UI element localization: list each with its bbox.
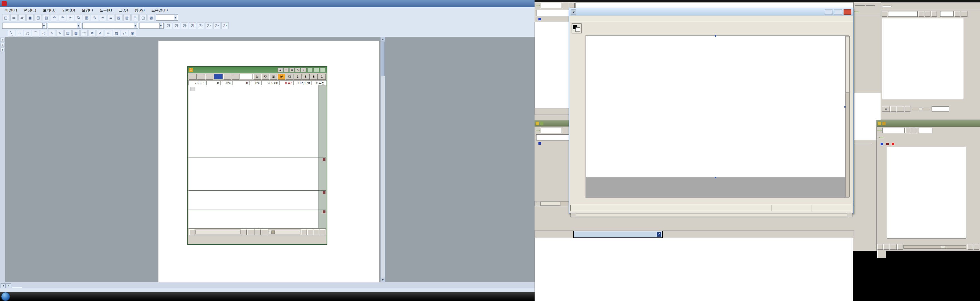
draw-shape-button[interactable]: ⧉ (89, 30, 96, 37)
period-button[interactable]: 주 (261, 74, 269, 80)
chevron-down-icon[interactable] (223, 74, 231, 80)
search-icon[interactable] (925, 11, 931, 17)
scroll-left-icon[interactable] (883, 244, 889, 250)
char-format-button[interactable]: 갸 (189, 22, 196, 29)
panel-close-icon[interactable] (323, 210, 325, 213)
zoom-level-select[interactable]: ▼ (156, 14, 178, 21)
stop-button[interactable] (255, 229, 261, 235)
minimize-button[interactable] (825, 9, 832, 15)
display-count-field[interactable] (866, 5, 875, 6)
draw-shape-button[interactable]: ▤ (64, 30, 72, 37)
document-page[interactable]: 1 ▲◫▣A? (158, 41, 380, 283)
kiwoom-titlebar[interactable]: 1 ▲◫▣A? (188, 67, 326, 73)
search-button[interactable] (879, 137, 884, 138)
hwp-menu-item[interactable]: 편집(E) (21, 7, 39, 13)
futures-options-tab[interactable] (536, 5, 540, 6)
total-count-field[interactable] (919, 128, 932, 133)
symbol-overlay-box[interactable]: ↗ (573, 231, 663, 238)
hwp-menu-item[interactable]: 모양(J) (79, 7, 96, 13)
draw-shape-button[interactable]: ╲ (8, 30, 15, 37)
legend-toggle-icon[interactable] (190, 87, 195, 91)
scroll-right-icon[interactable] (897, 244, 903, 250)
close-button[interactable] (843, 9, 851, 15)
count-field[interactable] (855, 5, 865, 6)
toolbar-icon[interactable]: ▥ (43, 14, 50, 21)
collapse-button[interactable]: ≡ (882, 106, 890, 112)
hwp-menu-item[interactable]: 표(Q) (116, 7, 130, 13)
resize-handle[interactable] (715, 35, 716, 37)
draw-shape-button[interactable]: ◁ (40, 30, 47, 37)
symbol-code-field[interactable] (882, 128, 905, 133)
scroll-right-icon[interactable] (846, 213, 852, 217)
chevron-down-icon[interactable] (563, 3, 568, 8)
period-button[interactable]: 3 (302, 74, 310, 80)
resize-handle[interactable] (715, 177, 716, 178)
scrollbar-thumb[interactable] (846, 36, 849, 93)
toolbar-icon[interactable]: ✂ (67, 14, 74, 21)
chart-type-field-b[interactable] (536, 134, 570, 141)
hwp-titlebar[interactable] (0, 0, 538, 7)
char-format-button[interactable]: 가 (205, 22, 212, 29)
rewind-button[interactable] (247, 229, 255, 235)
zoom-in-button[interactable] (313, 229, 319, 235)
hwp-menu-item[interactable]: 도구(K) (97, 7, 115, 13)
toolbar-icon[interactable]: ↶ (51, 14, 58, 21)
scroll-down-icon[interactable]: ▼ (380, 278, 385, 282)
list-icon[interactable] (882, 11, 887, 17)
kospi-daily-chart[interactable] (887, 147, 966, 238)
chart-mode-button[interactable] (189, 74, 197, 80)
toolbar-icon[interactable]: ✎ (91, 14, 98, 21)
bar-count-input[interactable] (932, 106, 950, 112)
zoom-out-button[interactable] (307, 229, 313, 235)
tab-scroll-right-icon[interactable]: ▸ (6, 283, 11, 288)
period-button[interactable]: 5 (310, 74, 318, 80)
hwp-menu-item[interactable]: 보기(U) (40, 7, 59, 13)
paint-titlebar[interactable]: 🖌 (570, 8, 853, 16)
toolbar-icon[interactable]: ▨ (115, 14, 123, 21)
char-format-button[interactable]: 가 (181, 22, 188, 29)
kiwoom-title-button[interactable]: ▲ (278, 68, 283, 72)
draw-shape-button[interactable]: ▨ (113, 30, 120, 37)
draw-shape-button[interactable]: ⬚ (80, 30, 88, 37)
chart-tab[interactable] (882, 6, 891, 7)
document-vscrollbar[interactable]: ▲ ▼ (380, 37, 385, 283)
chart-b[interactable] (535, 237, 853, 301)
chart-a[interactable] (535, 22, 570, 108)
next-right-icon[interactable] (974, 244, 979, 250)
start-button[interactable] (1, 292, 10, 301)
toolbar-icon[interactable]: ▦ (83, 14, 90, 21)
panel-close-icon[interactable] (323, 158, 325, 161)
symbol-code-field[interactable] (541, 128, 562, 133)
kiwoom-title-button[interactable]: ? (301, 68, 306, 72)
play-icon[interactable] (877, 244, 883, 250)
kiwoom-chart-window[interactable]: 1 ▲◫▣A? (188, 66, 327, 245)
toolbar-icon[interactable]: ▱ (18, 14, 25, 21)
zoom-slider[interactable] (269, 230, 300, 234)
side-tool-icon[interactable]: ▤ (0, 38, 5, 42)
period-button[interactable]: 일 (253, 74, 261, 80)
side-tool-icon[interactable]: ▦ (0, 48, 5, 52)
close-button[interactable] (320, 68, 325, 72)
popout-icon[interactable] (912, 128, 917, 133)
scroll-left-icon[interactable] (890, 106, 896, 112)
period-button[interactable]: 1 (318, 74, 326, 80)
toolbar-icon[interactable]: □ (2, 14, 10, 21)
futures-options-tab[interactable] (878, 130, 881, 131)
chevron-down-icon[interactable] (905, 128, 911, 133)
popout-icon[interactable] (569, 3, 574, 8)
prev-symbol-button[interactable] (205, 74, 213, 80)
hwp-menu-item[interactable]: 파일(F) (2, 7, 20, 13)
toolbar-icon[interactable]: ↷ (59, 14, 66, 21)
code-input[interactable] (888, 11, 918, 17)
range-slider[interactable] (919, 107, 923, 110)
tab-scroll-left-icon[interactable]: ◂ (0, 283, 6, 288)
symbol-name-field[interactable] (240, 74, 253, 79)
draw-shape-button[interactable]: ✎ (56, 30, 64, 37)
scroll-left-button[interactable] (189, 229, 195, 235)
symbol-code-input[interactable] (214, 74, 223, 79)
next-left-icon[interactable] (967, 244, 973, 250)
toolbar-icon[interactable]: ⧉ (75, 14, 82, 21)
draw-shape-button[interactable]: ∿ (48, 30, 56, 37)
char-format-button[interactable]: 간 (197, 22, 204, 29)
draw-shape-button[interactable]: ⇄ (121, 30, 128, 37)
